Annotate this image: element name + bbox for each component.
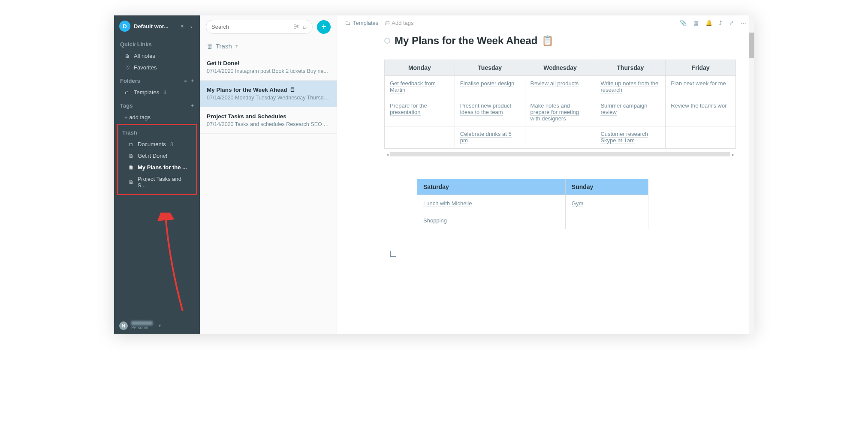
grid-icon[interactable]: ▦ bbox=[693, 20, 699, 26]
trash-my-plans[interactable]: 🗎 My Plans for the ... bbox=[118, 162, 196, 173]
nav-templates[interactable]: 🗀 Templates 4 bbox=[114, 87, 200, 98]
task-cell[interactable]: Prepare for the presentation bbox=[390, 102, 427, 116]
doc-checkbox[interactable] bbox=[384, 38, 390, 44]
sort-icon[interactable]: ≡ bbox=[184, 78, 187, 84]
filter-icon[interactable]: ⚞ bbox=[293, 23, 299, 31]
trash-get-it-done[interactable]: 🗎 Get it Done! bbox=[118, 150, 196, 162]
task-cell[interactable]: Review all products bbox=[530, 80, 579, 87]
clipboard-icon: 🗒 bbox=[290, 87, 296, 93]
note-preview: 07/14/2020 Monday Tuesday Wednesday Thur… bbox=[207, 95, 330, 101]
task-cell[interactable]: Get feedback from Martin bbox=[390, 80, 436, 93]
note-preview: 07/14/2020 Instagram post Book 2 tickets… bbox=[207, 68, 330, 74]
task-cell[interactable]: Write up notes from the research bbox=[600, 80, 658, 93]
breadcrumb[interactable]: 🗀 Templates bbox=[345, 20, 378, 26]
scroll-thumb[interactable] bbox=[749, 33, 754, 58]
nav-all-notes[interactable]: 🗎 All notes bbox=[114, 50, 200, 62]
expand-icon[interactable]: ⤢ bbox=[729, 20, 734, 26]
workspace-switcher[interactable]: D Default wor... ▼ ‹ bbox=[114, 15, 200, 37]
add-tag-icon[interactable]: + bbox=[190, 102, 194, 109]
task-cell[interactable]: Finalise poster design bbox=[460, 80, 514, 87]
add-note-button[interactable]: + bbox=[317, 20, 331, 34]
nav-favorites[interactable]: ♡ Favorites bbox=[114, 62, 200, 73]
task-cell[interactable]: Summer campaign review bbox=[600, 102, 647, 116]
chevron-down-icon[interactable]: ▼ bbox=[235, 44, 239, 48]
workspace-avatar: D bbox=[119, 21, 130, 32]
bell-icon[interactable]: 🔔 bbox=[705, 20, 712, 26]
nav-label: Project Tasks and S... bbox=[138, 176, 190, 189]
table-header: Monday bbox=[385, 60, 455, 76]
folder-icon: 🗀 bbox=[345, 20, 350, 26]
tag-icon: 🏷 bbox=[384, 20, 390, 26]
table-row[interactable]: Celebrate drinks at 5 pm Customer resear… bbox=[385, 126, 736, 149]
note-item[interactable]: Project Tasks and Schedules 07/14/2020 T… bbox=[200, 107, 337, 134]
quick-links-label: Quick Links bbox=[114, 37, 200, 50]
collapse-sidebar-icon[interactable]: ‹ bbox=[188, 22, 195, 30]
tags-label: Tags + bbox=[114, 98, 200, 111]
share-icon[interactable]: ⤴ bbox=[719, 20, 722, 26]
task-cell[interactable]: Present new product ideas to the team bbox=[460, 102, 511, 116]
trash-project-tasks[interactable]: 🗎 Project Tasks and S... bbox=[118, 173, 196, 191]
search-icon[interactable]: ⌕ bbox=[303, 23, 307, 31]
nav-label: Favorites bbox=[134, 64, 157, 71]
note-item[interactable]: Get it Done! 07/14/2020 Instagram post B… bbox=[200, 54, 337, 81]
add-folder-icon[interactable]: + bbox=[190, 78, 194, 84]
task-cell[interactable]: Shopping bbox=[423, 217, 447, 224]
trash-documents[interactable]: 🗀 Documents 3 bbox=[118, 138, 196, 150]
user-footer[interactable]: N Personal ▼ bbox=[114, 317, 200, 334]
nav-label: Documents bbox=[138, 141, 166, 147]
doc-title[interactable]: My Plans for the Week Ahead bbox=[395, 35, 537, 47]
trash-highlight-box: Trash 🗀 Documents 3 🗎 Get it Done! 🗎 My … bbox=[117, 124, 197, 195]
task-cell[interactable] bbox=[385, 126, 455, 149]
table-header: Thursday bbox=[595, 60, 666, 76]
nav-label: All notes bbox=[134, 53, 155, 59]
more-icon[interactable]: ⋯ bbox=[741, 20, 746, 26]
note-icon: 🗎 bbox=[124, 53, 130, 59]
nav-add-tags[interactable]: + add tags bbox=[114, 111, 200, 123]
task-cell[interactable]: Review the team's wor bbox=[671, 102, 726, 109]
task-cell[interactable]: Make notes and prepare for meeting with … bbox=[530, 102, 579, 122]
scroll-right-icon[interactable]: ▸ bbox=[730, 151, 736, 157]
task-cell[interactable] bbox=[666, 126, 736, 149]
weekday-table[interactable]: Monday Tuesday Wednesday Thursday Friday… bbox=[384, 60, 736, 149]
search-box[interactable]: ⚞ ⌕ bbox=[206, 20, 313, 34]
chevron-down-icon[interactable]: ▼ bbox=[158, 324, 162, 328]
task-cell[interactable]: Lunch with Michelle bbox=[423, 200, 472, 207]
note-icon: 🗎 bbox=[128, 165, 134, 171]
vertical-scrollbar[interactable] bbox=[749, 15, 754, 334]
table-header: Wednesday bbox=[525, 60, 595, 76]
table-header: Sunday bbox=[565, 179, 648, 195]
user-plan: Personal bbox=[131, 325, 153, 330]
list-title[interactable]: 🗑 Trash ▼ bbox=[200, 38, 337, 54]
table-row[interactable]: Lunch with Michelle Gym bbox=[417, 195, 648, 212]
table-row[interactable]: Prepare for the presentation Present new… bbox=[385, 98, 736, 126]
table-row[interactable]: Get feedback from Martin Finalise poster… bbox=[385, 76, 736, 98]
horizontal-scrollbar[interactable]: ◂ ▸ bbox=[384, 151, 736, 157]
add-tags-button[interactable]: 🏷 Add tags bbox=[384, 20, 413, 26]
note-list-panel: ⚞ ⌕ + 🗑 Trash ▼ Get it Done! 07/14/2020 … bbox=[200, 15, 337, 334]
table-header: Tuesday bbox=[455, 60, 525, 76]
folder-icon: 🗀 bbox=[128, 141, 134, 147]
table-header: Friday bbox=[666, 60, 736, 76]
nav-label: Get it Done! bbox=[138, 153, 167, 159]
checkbox[interactable] bbox=[390, 251, 396, 257]
chevron-down-icon[interactable]: ▼ bbox=[180, 24, 184, 29]
user-avatar: N bbox=[119, 321, 128, 330]
task-cell[interactable]: Customer research Skype at 1am bbox=[600, 131, 648, 144]
task-cell[interactable]: Gym bbox=[572, 200, 583, 207]
user-name bbox=[131, 321, 153, 325]
task-cell[interactable] bbox=[565, 212, 648, 229]
task-cell[interactable]: Celebrate drinks at 5 pm bbox=[460, 131, 512, 144]
scroll-left-icon[interactable]: ◂ bbox=[384, 151, 390, 157]
weekend-table[interactable]: Saturday Sunday Lunch with Michelle Gym … bbox=[417, 179, 648, 229]
note-title: Project Tasks and Schedules bbox=[207, 113, 330, 120]
task-cell[interactable] bbox=[525, 126, 595, 149]
attachment-icon[interactable]: 📎 bbox=[680, 20, 687, 26]
scroll-track[interactable] bbox=[390, 152, 730, 156]
trash-label: Trash bbox=[118, 125, 196, 138]
search-input[interactable] bbox=[211, 24, 293, 30]
task-cell[interactable]: Plan next week for me bbox=[671, 80, 726, 87]
trash-icon: 🗑 bbox=[207, 42, 213, 50]
note-item[interactable]: My Plans for the Week Ahead 🗒 07/14/2020… bbox=[200, 81, 337, 107]
table-row[interactable]: Shopping bbox=[417, 212, 648, 229]
table-header: Saturday bbox=[417, 179, 566, 195]
